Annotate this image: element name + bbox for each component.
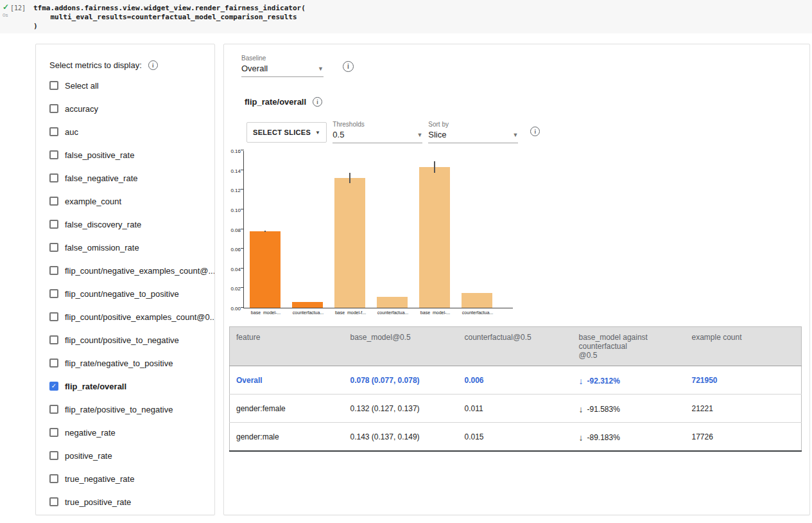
checkbox-unchecked-icon[interactable] [49,405,58,414]
chart-bar-counterfactua-[interactable] [462,293,492,308]
metric-item-flip-count-negative-examples-count-[interactable]: flip_count/negative_examples_count@... [36,259,214,282]
execution-time: 0s [3,12,8,18]
checkbox-unchecked-icon[interactable] [49,312,58,321]
metric-item-flip-rate-positive-to-negative[interactable]: flip_rate/positive_to_negative [36,398,214,421]
metric-label: Select all [65,81,99,91]
checkbox-unchecked-icon[interactable] [49,359,58,368]
chart-bar-base-model-f-[interactable] [334,178,365,308]
metric-label: auc [65,127,78,137]
metrics-panel-title: Select metrics to display: [49,60,142,70]
metric-item-example-count[interactable]: example_count [36,190,214,213]
metric-item-true-positive-rate[interactable]: true_positive_rate [36,490,214,513]
metric-label: flip_rate/positive_to_negative [65,405,173,414]
checkbox-unchecked-icon[interactable] [49,289,58,298]
column-header[interactable]: example count [686,327,802,366]
info-icon[interactable]: i [148,60,158,70]
down-arrow-icon: ↓ [579,404,583,414]
checkbox-unchecked-icon[interactable] [49,81,58,90]
column-header[interactable]: counterfactual@0.5 [458,327,573,366]
metric-label: flip_rate/negative_to_positive [65,359,173,368]
metric-label: flip_count/negative_to_positive [65,289,179,299]
sort-by-dropdown[interactable]: Sort by Slice ▼ [428,121,518,143]
delta-value: -91.583% [587,405,620,414]
column-header[interactable]: base_model against counterfactual @0.5 [573,327,686,366]
sort-by-label: Sort by [428,121,518,128]
chart-bar-counterfactua-[interactable] [292,302,323,308]
metric-label: false_omission_rate [65,243,139,253]
checkbox-unchecked-icon[interactable] [49,243,58,252]
checkbox-unchecked-icon[interactable] [49,197,58,206]
code-line: tfma.addons.fairness.view.widget_view.re… [33,4,306,13]
baseline-dropdown[interactable]: Baseline Overall ▼ [241,55,324,77]
y-tick-mark [241,170,244,170]
checkbox-unchecked-icon[interactable] [49,497,58,506]
y-tick-mark [241,248,244,249]
info-icon[interactable]: i [343,61,354,72]
select-slices-button[interactable]: SELECT SLICES ▼ [246,122,327,143]
checkbox-unchecked-icon[interactable] [49,474,58,483]
metric-item-true-negative-rate[interactable]: true_negative_rate [36,467,214,490]
cell-feature: Overall [230,366,344,394]
code-cell[interactable]: ✓ 0s [12] tfma.addons.fairness.view.widg… [0,0,812,33]
metric-item-flip-rate-overall[interactable]: ✓flip_rate/overall [36,375,214,398]
metric-label: negative_rate [65,428,116,438]
table-body: Overall0.078 (0.077, 0.078)0.006↓-92.312… [230,366,802,452]
checkbox-unchecked-icon[interactable] [49,266,58,275]
checkbox-unchecked-icon[interactable] [49,451,58,460]
metric-label: false_positive_rate [65,150,134,160]
y-tick-mark [241,287,244,288]
checkbox-unchecked-icon[interactable] [49,335,58,344]
table-row-overall[interactable]: Overall0.078 (0.077, 0.078)0.006↓-92.312… [230,366,802,394]
chart-bar-base-model-[interactable] [250,231,281,308]
column-header[interactable]: feature [230,327,344,366]
metric-item-false-discovery-rate[interactable]: false_discovery_rate [36,213,214,236]
cell-success-icon: ✓ [3,3,9,12]
metric-item-flip-count-positive-examples-count-0-[interactable]: flip_count/positive_examples_count@0... [36,305,214,328]
checkbox-unchecked-icon[interactable] [49,150,58,159]
y-tick-label: 0.04 [230,267,241,272]
metric-item-false-negative-rate[interactable]: false_negative_rate [36,166,214,190]
metric-item-flip-count-negative-to-positive[interactable]: flip_count/negative_to_positive [36,282,214,305]
metric-item-flip-rate-negative-to-positive[interactable]: flip_rate/negative_to_positive [36,351,214,375]
metrics-list: Select allaccuracyaucfalse_positive_rate… [36,74,214,513]
metric-label: true_negative_rate [65,474,134,484]
checkbox-checked-icon[interactable]: ✓ [49,382,58,391]
x-tick-label: base_model-... [414,310,456,315]
error-bar [434,161,435,173]
y-tick-label: 0.16 [230,148,241,154]
cell-feature: gender:female [230,394,344,423]
cell-counterfactual: 0.006 [458,366,573,394]
checkbox-unchecked-icon[interactable] [49,428,58,437]
column-header[interactable]: base_model@0.5 [344,327,458,366]
table-row-gender-male[interactable]: gender:male0.143 (0.137, 0.149)0.015↓-89… [230,423,802,452]
thresholds-dropdown[interactable]: Thresholds 0.5 ▼ [333,121,422,143]
info-icon[interactable]: i [313,97,322,107]
checkbox-unchecked-icon[interactable] [49,173,58,182]
chevron-down-icon: ▼ [318,66,324,72]
metric-item-negative-rate[interactable]: negative_rate [36,421,214,444]
cell-base-model: 0.143 (0.137, 0.149) [344,423,458,452]
code-text[interactable]: tfma.addons.fairness.view.widget_view.re… [33,4,306,31]
metric-item-positive-rate[interactable]: positive_rate [36,444,214,467]
y-tick-mark [241,209,244,209]
checkbox-unchecked-icon[interactable] [49,104,58,113]
metric-label: true_positive_rate [65,497,131,507]
y-tick-mark [241,189,244,190]
table-row-gender-female[interactable]: gender:female0.132 (0.127, 0.137)0.011↓-… [230,394,802,423]
metric-item-flip-count-positive-to-negative[interactable]: flip_count/positive_to_negative [36,328,214,351]
chart-bar-base-model-[interactable] [419,167,450,308]
metric-item-false-positive-rate[interactable]: false_positive_rate [36,143,214,166]
metric-item-false-omission-rate[interactable]: false_omission_rate [36,236,214,259]
info-icon[interactable]: i [530,127,540,136]
y-tick-mark [241,229,244,229]
checkbox-unchecked-icon[interactable] [49,220,58,229]
chart-bar-counterfactua-[interactable] [377,297,408,308]
metric-item-auc[interactable]: auc [36,120,214,143]
y-tick-mark [241,150,244,150]
plot-area [243,151,513,308]
metric-item-select-all[interactable]: Select all [36,74,214,97]
metric-item-accuracy[interactable]: accuracy [36,97,214,120]
checkbox-unchecked-icon[interactable] [49,127,58,136]
cell-base-model: 0.078 (0.077, 0.078) [344,366,458,394]
delta-value: -92.312% [587,377,620,386]
